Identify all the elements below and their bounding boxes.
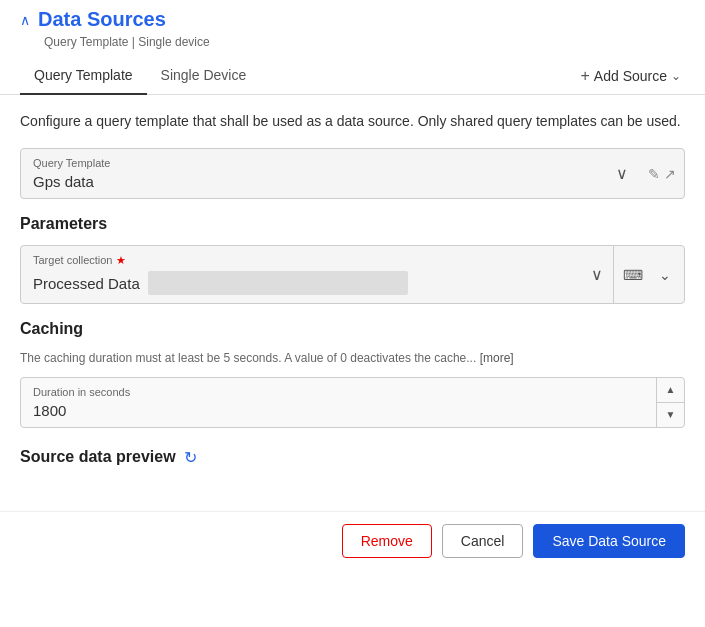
target-collection-input-area xyxy=(148,271,408,295)
required-star: ★ xyxy=(116,254,126,266)
target-collection-actions: ⌨ ⌄ xyxy=(613,246,684,303)
footer-buttons: Remove Cancel Save Data Source xyxy=(0,511,705,574)
edit-icon[interactable]: ✎ xyxy=(648,166,660,182)
preview-title: Source data preview xyxy=(20,448,176,466)
stepper-down-button[interactable]: ▼ xyxy=(657,403,684,427)
target-value-area: Processed Data xyxy=(33,271,569,295)
query-template-actions: ✎ ↗ xyxy=(640,149,684,198)
description-text: Configure a query template that shall be… xyxy=(20,111,685,132)
query-template-chevron[interactable]: ∨ xyxy=(604,149,640,198)
target-collection-inner: Target collection★ Processed Data xyxy=(21,246,581,303)
cancel-button[interactable]: Cancel xyxy=(442,524,524,558)
link-icon[interactable]: ↗ xyxy=(664,166,676,182)
duration-field: Duration in seconds 1800 ▲ ▼ xyxy=(20,377,685,428)
remove-button[interactable]: Remove xyxy=(342,524,432,558)
stepper-up-button[interactable]: ▲ xyxy=(657,378,684,403)
page-title: Data Sources xyxy=(38,8,166,31)
target-collection-label: Target collection★ xyxy=(33,254,569,267)
query-template-label: Query Template xyxy=(33,157,592,169)
target-collection-value: Processed Data xyxy=(33,275,140,292)
target-collection-field: Target collection★ Processed Data ∨ ⌨ ⌄ xyxy=(20,245,685,304)
query-template-field: Query Template Gps data ∨ ✎ ↗ xyxy=(20,148,685,199)
add-source-chevron-icon: ⌄ xyxy=(671,69,681,83)
duration-label: Duration in seconds xyxy=(33,386,644,398)
tabs-bar: Query Template Single Device + Add Sourc… xyxy=(0,57,705,95)
duration-value: 1800 xyxy=(33,402,644,419)
add-source-button[interactable]: + Add Source ⌄ xyxy=(576,59,685,93)
page-header: ∧ Data Sources xyxy=(0,0,705,35)
main-content: Configure a query template that shall be… xyxy=(0,95,705,507)
tab-single-device[interactable]: Single Device xyxy=(147,57,261,95)
caching-description: The caching duration must at least be 5 … xyxy=(20,350,685,367)
target-action-chevron-icon[interactable]: ⌄ xyxy=(650,260,680,290)
spinner-icon: ↻ xyxy=(184,448,197,467)
duration-inner: Duration in seconds 1800 xyxy=(21,378,656,427)
plus-icon: + xyxy=(580,67,589,85)
duration-stepper: ▲ ▼ xyxy=(656,378,684,427)
caching-more-link[interactable]: [more] xyxy=(480,351,514,365)
parameters-heading: Parameters xyxy=(20,215,685,233)
target-collection-chevron[interactable]: ∨ xyxy=(581,246,613,303)
tab-query-template[interactable]: Query Template xyxy=(20,57,147,95)
add-source-label: Add Source xyxy=(594,68,667,84)
breadcrumb: Query Template | Single device xyxy=(0,35,705,57)
collapse-icon[interactable]: ∧ xyxy=(20,12,30,28)
caching-heading: Caching xyxy=(20,320,685,338)
query-template-value: Gps data xyxy=(33,173,592,190)
source-data-preview-section: Source data preview ↻ xyxy=(20,448,685,467)
query-template-inner: Query Template Gps data xyxy=(21,149,604,198)
save-button[interactable]: Save Data Source xyxy=(533,524,685,558)
keyboard-icon[interactable]: ⌨ xyxy=(618,260,648,290)
